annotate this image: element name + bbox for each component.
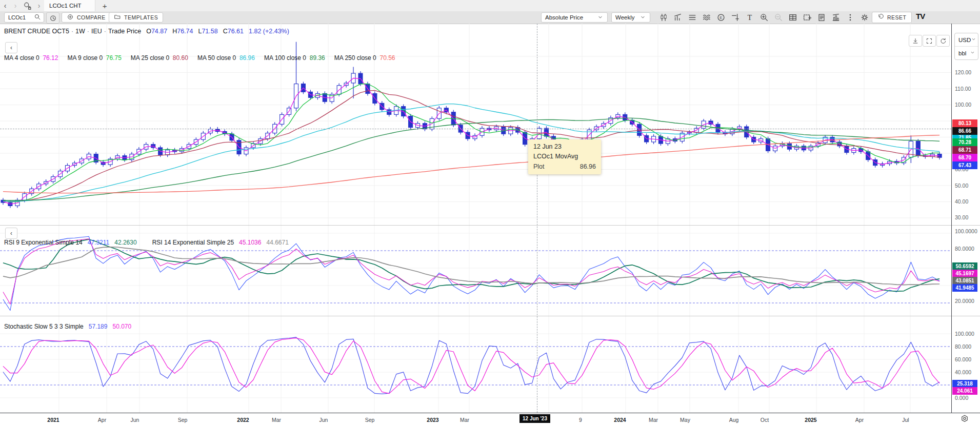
ma-legend-item[interactable]: MA 25 close 0 80.60 <box>131 54 188 62</box>
price-axis-line <box>951 24 952 413</box>
indicators-icon[interactable] <box>701 12 713 23</box>
unit-select[interactable]: bbl <box>955 47 978 59</box>
rsi-tick: 100.0000 <box>955 228 977 234</box>
zoom-out-icon <box>772 12 785 23</box>
change-value: 1.82 (+2.43%) <box>249 28 289 35</box>
ma-line[interactable] <box>3 78 939 205</box>
collapse-main-legend-button[interactable]: ‹ <box>5 42 17 53</box>
price-tick: 40.00 <box>955 198 968 205</box>
reset-button[interactable]: RESET <box>872 12 912 23</box>
ma-legend-item[interactable]: MA 50 close 0 86.96 <box>197 54 255 62</box>
snapshot-icon[interactable] <box>801 12 813 23</box>
ma-line[interactable] <box>3 104 939 201</box>
zoom-in-icon[interactable] <box>758 12 770 23</box>
price-mode-select[interactable]: Absolute Price <box>541 12 608 23</box>
maximize-pane-icon[interactable] <box>923 35 936 47</box>
ma-line[interactable] <box>3 84 939 202</box>
pane-separator[interactable] <box>0 225 980 226</box>
pane-separator[interactable] <box>0 316 980 316</box>
rsi-tick: 80.0000 <box>955 246 974 252</box>
news-icon[interactable] <box>815 12 828 23</box>
ma-legend[interactable]: MA 4 close 0 76.12MA 9 close 0 76.75MA 2… <box>4 54 395 62</box>
stoch-tick: 40.000 <box>955 369 971 375</box>
time-label: Oct <box>761 417 769 423</box>
field-label: Trade Price <box>108 28 141 35</box>
recent-symbols-icon[interactable] <box>46 12 59 24</box>
plus-circle-icon <box>67 13 74 22</box>
instrument-legend[interactable]: BRENT CRUDE OCT5 · 1W · IEU · Trade Pric… <box>4 28 289 35</box>
nav-forward-icon[interactable]: › <box>10 2 21 10</box>
price-tick: 120.00 <box>955 69 971 75</box>
currency-select[interactable]: USD <box>955 33 978 46</box>
chevron-down-icon <box>971 36 976 43</box>
compare-layout-icon[interactable] <box>686 12 698 23</box>
ohlc-value: H76.74 <box>172 28 193 35</box>
scroll-to-recent-icon[interactable] <box>909 35 922 47</box>
tab-lcoc1-cht[interactable]: LCOc1 CHT <box>44 0 95 11</box>
templates-button[interactable]: TEMPLATES <box>109 12 163 23</box>
reset-zoom-icon[interactable] <box>936 35 950 47</box>
price-chart-pane[interactable] <box>0 24 951 225</box>
nav-back-icon[interactable]: ‹ <box>0 2 10 10</box>
new-tab-button[interactable]: + <box>103 2 107 10</box>
data-grid-icon[interactable] <box>787 12 799 23</box>
price-label: 80.13 <box>952 119 977 127</box>
time-label: Jun <box>131 417 139 423</box>
chart-type-icon[interactable] <box>672 12 684 23</box>
time-axis[interactable]: Sep2021AprJunSep2022MarJunSep2023MarAug9… <box>0 413 980 426</box>
time-label: 2021 <box>47 417 59 423</box>
rsi-legend[interactable]: RSI 9 Exponential Simple 1447.321142.263… <box>4 239 289 246</box>
instrument-title: BRENT CRUDE OCT5 <box>4 28 69 35</box>
chevron-down-icon <box>597 14 604 22</box>
volume-study-icon[interactable] <box>830 12 842 23</box>
ma-line[interactable] <box>3 118 939 200</box>
ma-legend-item[interactable]: MA 250 close 0 70.56 <box>334 54 395 62</box>
price-label: 68.71 <box>952 146 977 154</box>
ma-legend-item[interactable]: MA 100 close 0 89.36 <box>264 54 325 62</box>
time-label: Sep <box>178 417 188 423</box>
main-toolbar: LCOc1 COMPARE TEMPLATES Absolute Price W… <box>0 11 980 24</box>
oscillator-line <box>3 239 939 304</box>
stoch-label: 25.318 <box>952 380 977 388</box>
text-tool-icon[interactable]: T <box>744 12 756 23</box>
interval-select[interactable]: Weekly <box>611 12 650 23</box>
stochastic-pane[interactable] <box>0 316 951 413</box>
axis-settings-icon[interactable] <box>960 414 969 425</box>
ma-legend-item[interactable]: MA 4 close 0 76.12 <box>4 54 58 62</box>
settings-icon[interactable] <box>858 12 871 23</box>
measure-tool-icon[interactable] <box>729 12 742 23</box>
rsi-label: 45.1697 <box>952 270 977 277</box>
oscillator-line <box>3 337 939 394</box>
oscillator-line <box>3 236 939 310</box>
time-label: Jul <box>902 417 909 423</box>
events-icon[interactable]: E <box>715 12 727 23</box>
reset-arrow-icon <box>877 13 884 22</box>
chart-application-window: ‹ › › LCOc1 CHT + LCOc1 COMPARE TEMPLATE… <box>0 0 980 426</box>
tradingview-logo[interactable]: TV <box>916 12 925 21</box>
svg-text:E: E <box>719 15 723 20</box>
ohlc-value: C76.61 <box>223 28 244 35</box>
time-label: Apr <box>98 417 106 423</box>
interval-label: 1W <box>75 28 85 35</box>
stochastic-legend[interactable]: Stochastic Slow 5 3 3 Simple57.18950.070 <box>4 323 131 330</box>
ma-line[interactable] <box>3 135 939 193</box>
stoch-label: 24.061 <box>952 387 977 395</box>
collapse-rsi-legend-button[interactable]: ‹ <box>5 228 17 239</box>
time-label: May <box>680 417 690 423</box>
tooltip-series: LCOc1 MovAvg <box>533 153 596 160</box>
ma-legend-item[interactable]: MA 9 close 0 76.75 <box>67 54 121 62</box>
chart-style-candles-icon[interactable] <box>657 12 670 23</box>
venue-label: IEU <box>91 28 102 35</box>
compare-button[interactable]: COMPARE <box>62 12 111 23</box>
time-label: Mar <box>460 417 469 423</box>
time-label: Sep <box>365 417 375 423</box>
price-label: 71.85 <box>952 135 977 138</box>
tooltip-row-label: Plot <box>533 163 545 170</box>
stoch-tick: 0.000 <box>955 395 968 401</box>
tooltip-date: 12 Jun 23 <box>533 143 596 150</box>
search-lock-icon[interactable] <box>21 1 34 11</box>
symbol-search-input[interactable]: LCOc1 <box>4 12 44 23</box>
stoch-tick: 100.000 <box>955 331 974 337</box>
search-icon <box>34 13 41 22</box>
more-options-icon[interactable] <box>844 12 856 23</box>
